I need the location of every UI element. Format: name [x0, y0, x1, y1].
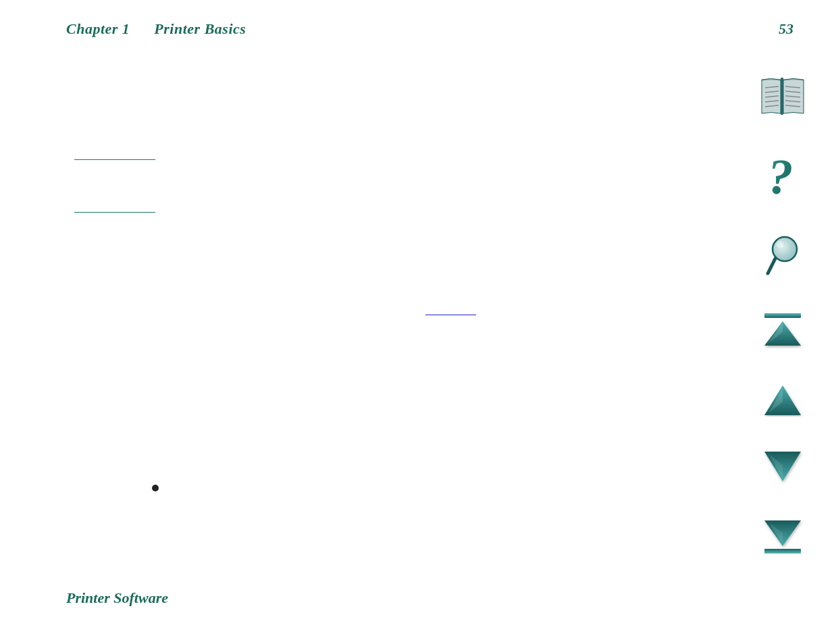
next-page-icon[interactable] — [762, 450, 804, 484]
footer-section-label: Printer Software — [66, 589, 168, 607]
header-chapter-section: Chapter 1 Printer Basics — [66, 20, 246, 38]
help-icon[interactable]: ? — [764, 152, 802, 200]
search-icon-wrapper[interactable] — [764, 234, 802, 278]
first-page-icon[interactable] — [762, 312, 804, 349]
last-page-icon[interactable] — [762, 518, 804, 555]
bullet-point — [152, 485, 159, 491]
svg-line-13 — [768, 259, 775, 273]
page-header: Chapter 1 Printer Basics 53 — [0, 0, 834, 38]
prev-page-icon[interactable] — [762, 383, 804, 417]
book-icon[interactable] — [758, 74, 807, 118]
svg-rect-0 — [781, 78, 783, 115]
sidebar-navigation: ? — [758, 74, 807, 589]
svg-rect-23 — [764, 549, 801, 554]
body-link-1[interactable]: ________________ — [74, 150, 155, 161]
page-number: 53 — [779, 20, 793, 38]
chapter-label: Chapter 1 — [66, 20, 130, 37]
book-icon-wrapper[interactable] — [758, 74, 807, 118]
svg-point-14 — [777, 241, 783, 248]
first-page-icon-wrapper[interactable] — [762, 312, 804, 349]
prev-page-icon-wrapper[interactable] — [762, 383, 804, 417]
help-icon-wrapper[interactable]: ? — [764, 152, 802, 200]
last-page-icon-wrapper[interactable] — [762, 518, 804, 555]
svg-text:?: ? — [768, 152, 793, 200]
search-icon[interactable] — [764, 234, 802, 278]
section-label: Printer Basics — [154, 20, 246, 37]
next-page-icon-wrapper[interactable] — [762, 450, 804, 484]
body-link-2[interactable]: ________________ — [74, 203, 155, 214]
body-link-3[interactable]: __________ — [425, 305, 476, 317]
svg-rect-15 — [764, 313, 801, 318]
